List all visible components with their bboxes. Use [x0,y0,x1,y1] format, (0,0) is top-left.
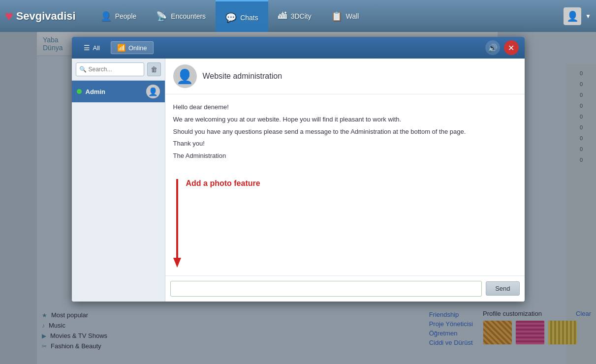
nav-item-encounters[interactable]: 📡 Encounters [146,0,216,32]
nav-label-people: People [115,12,137,20]
all-label: All [93,44,100,52]
search-bar: 🔍 🗑 [72,59,165,81]
all-icon: ☰ [84,44,90,52]
nav-label-encounters: Encounters [171,12,206,20]
contact-avatar: 👤 [173,64,197,88]
photo-feature-area: Add a photo feature [165,171,525,275]
online-label: Online [128,44,147,52]
send-button[interactable]: Send [486,281,519,296]
online-icon: 📶 [117,44,125,52]
close-button[interactable]: ✕ [504,40,519,55]
logo-heart-icon: ♥ [5,8,13,24]
nav-label-3dcity: 3DCity [291,12,312,20]
chat-modal: ☰ All 📶 Online 🔊 ✕ 🔍 [72,37,525,302]
all-button[interactable]: ☰ All [78,42,106,54]
modal-overlay: ☰ All 📶 Online 🔊 ✕ 🔍 [0,32,596,364]
chat-contact-header: 👤 Website administration [165,59,525,94]
search-icon: 🔍 [79,66,87,73]
search-input[interactable] [89,66,141,73]
encounters-icon: 📡 [156,11,167,22]
nav-right: 👤 ▼ [564,7,591,25]
chat-user-item[interactable]: Admin 👤 [72,81,165,102]
nav-items: 👤 People 📡 Encounters 💬 Chats 🏙 3DCity 📋… [91,0,369,32]
sound-button[interactable]: 🔊 [485,40,500,55]
message-1: Hello dear deneme! [173,102,517,113]
chat-messages: Hello dear deneme! We are welcoming you … [165,94,525,171]
logo-text: Sevgivadisi [16,10,76,23]
dropdown-arrow-icon[interactable]: ▼ [585,13,591,20]
online-button[interactable]: 📶 Online [111,41,154,54]
svg-rect-0 [176,179,178,258]
chat-right-panel: 👤 Website administration Hello dear dene… [165,59,525,302]
message-4: Thank you! [173,139,517,149]
nav-label-chats: Chats [240,14,258,22]
chat-text-input[interactable] [170,281,482,297]
nav-item-chats[interactable]: 💬 Chats [216,0,268,32]
chats-icon: 💬 [225,12,236,23]
chat-input-area: Send [165,275,525,302]
nav-label-wall: Wall [346,12,359,20]
svg-marker-1 [173,258,181,268]
message-2: We are welcoming you at our website. Hop… [173,115,517,125]
modal-header: ☰ All 📶 Online 🔊 ✕ [72,37,525,59]
nav-item-people[interactable]: 👤 People [91,0,147,32]
logo[interactable]: ♥ Sevgivadisi [5,8,76,24]
message-3: Should you have any questions please sen… [173,127,517,137]
online-dot [77,89,82,94]
user-name: Admin [86,88,142,95]
chat-left-panel: 🔍 🗑 Admin 👤 [72,59,165,302]
add-photo-label[interactable]: Add a photo feature [186,179,260,188]
people-icon: 👤 [100,11,111,22]
user-avatar-nav[interactable]: 👤 [564,7,581,25]
nav-item-3dcity[interactable]: 🏙 3DCity [268,0,321,32]
red-cursor-arrow [173,179,181,268]
nav-item-wall[interactable]: 📋 Wall [321,0,369,32]
header-right-icons: 🔊 ✕ [485,40,519,55]
user-avatar: 👤 [146,85,160,98]
top-navigation: ♥ Sevgivadisi 👤 People 📡 Encounters 💬 Ch… [0,0,596,32]
wall-icon: 📋 [331,11,342,22]
search-input-wrap: 🔍 [76,62,144,76]
contact-name: Website administration [203,72,282,81]
trash-button[interactable]: 🗑 [147,62,161,76]
3dcity-icon: 🏙 [278,11,287,21]
modal-body: 🔍 🗑 Admin 👤 👤 Website administration [72,59,525,302]
message-5: The Administration [173,151,517,161]
